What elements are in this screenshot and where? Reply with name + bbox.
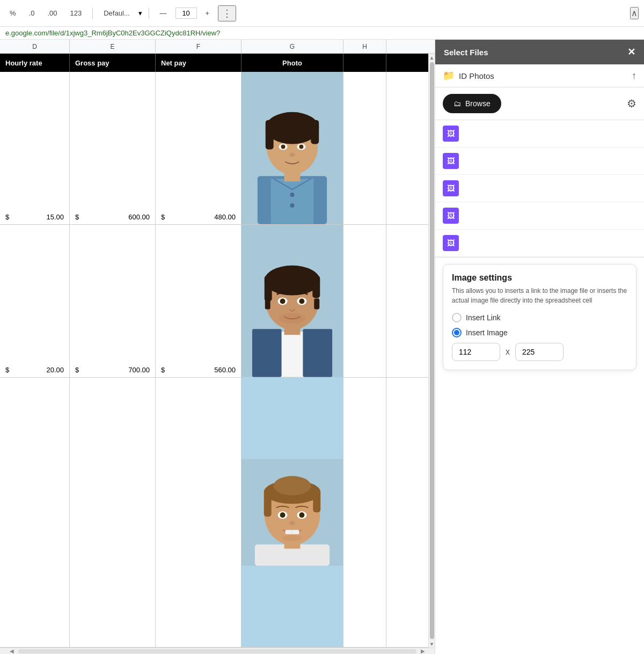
insert-image-option[interactable]: Insert Image: [452, 328, 627, 337]
scroll-right-arrow[interactable]: ▶: [419, 648, 427, 654]
folder-name: 📁 ID Photos: [443, 70, 494, 82]
dropdown-arrow-icon: ▾: [138, 9, 142, 17]
person3-svg: [241, 378, 343, 647]
scroll-left-arrow[interactable]: ◀: [8, 648, 16, 654]
svg-point-30: [279, 313, 306, 324]
font-size-box[interactable]: 10: [175, 8, 197, 19]
extra-cell-3[interactable]: [343, 378, 386, 647]
photo-cell-1[interactable]: [241, 72, 343, 224]
sheet-table: Hourly rate Gross pay Net pay Photo $ 15…: [0, 54, 428, 648]
svg-point-13: [290, 193, 295, 197]
gross-pay-cell-1[interactable]: $ 600.00: [70, 72, 156, 224]
dimension-row: x: [452, 343, 627, 361]
list-item[interactable]: 🖼: [435, 175, 644, 202]
panel-header: Select Files ✕: [435, 40, 644, 64]
panel-title: Select Files: [444, 48, 488, 57]
header-cell-photo[interactable]: Photo: [241, 54, 343, 72]
decimal-zero-button[interactable]: .0: [25, 7, 39, 19]
net-pay-cell-3[interactable]: [156, 378, 241, 647]
panel-close-button[interactable]: ✕: [627, 47, 635, 57]
hourly-rate-cell-2[interactable]: $ 20.00: [0, 225, 70, 377]
net-pay-cell-2[interactable]: $ 560.00: [156, 225, 241, 377]
list-item[interactable]: 🖼: [435, 202, 644, 230]
file-icon-4: 🖼: [443, 208, 459, 224]
browse-button[interactable]: 🗂 Browse: [443, 94, 501, 113]
decimal-zero2-button[interactable]: .00: [43, 7, 61, 19]
extra-cell-1[interactable]: [343, 72, 386, 224]
hourly-rate-value-2: 20.00: [13, 366, 64, 374]
svg-rect-23: [312, 276, 320, 298]
header-row: Hourly rate Gross pay Net pay Photo: [0, 54, 428, 72]
table-row: [0, 378, 428, 648]
svg-rect-24: [265, 299, 270, 310]
browse-bar: 🗂 Browse ⚙: [435, 87, 644, 120]
svg-point-21: [265, 266, 320, 296]
svg-point-42: [280, 512, 286, 518]
number-button[interactable]: 123: [65, 7, 86, 19]
gross-pay-cell-3[interactable]: [70, 378, 156, 647]
header-cell-gross-pay[interactable]: Gross pay: [70, 54, 156, 72]
svg-rect-18: [303, 329, 332, 377]
col-header-d: D: [0, 40, 70, 53]
minus-button[interactable]: —: [156, 7, 171, 19]
svg-rect-22: [265, 276, 272, 302]
extra-cell-2[interactable]: [343, 225, 386, 377]
font-dropdown[interactable]: Defaul...: [99, 7, 134, 19]
gross-pay-value-1: 600.00: [83, 213, 150, 221]
svg-point-29: [299, 299, 304, 304]
photo-cell-3[interactable]: [241, 378, 343, 647]
hourly-rate-cell-3[interactable]: [0, 378, 70, 647]
photo-cell-2[interactable]: [241, 225, 343, 377]
dollar-sign-4: $: [5, 366, 9, 374]
image-settings-panel: Image settings This allows you to insert…: [443, 264, 636, 370]
svg-rect-39: [279, 479, 306, 492]
svg-rect-7: [311, 120, 319, 144]
file-icon-2: 🖼: [443, 153, 459, 169]
spreadsheet-area: D E F G H Hourly rate Gross pay Net pay …: [0, 40, 435, 654]
svg-point-28: [280, 299, 286, 304]
net-pay-value-2: 560.00: [169, 366, 236, 374]
collapse-button[interactable]: ∧: [630, 7, 639, 19]
gear-icon[interactable]: ⚙: [627, 97, 636, 110]
header-cell-net-pay[interactable]: Net pay: [156, 54, 241, 72]
hourly-rate-cell-1[interactable]: $ 15.00: [0, 72, 70, 224]
up-arrow-button[interactable]: ↑: [632, 70, 636, 82]
list-item[interactable]: 🖼: [435, 120, 644, 148]
col-header-f: F: [156, 40, 241, 53]
insert-image-radio[interactable]: [452, 328, 462, 337]
width-input[interactable]: [452, 343, 500, 361]
horizontal-scrollbar[interactable]: ◀ ▶: [0, 648, 435, 654]
insert-link-option[interactable]: Insert Link: [452, 313, 627, 322]
col-header-g: G: [241, 40, 343, 53]
insert-link-radio[interactable]: [452, 313, 462, 322]
percent-button[interactable]: %: [5, 7, 20, 19]
table-row: $ 20.00 $ 700.00 $: [0, 225, 428, 378]
file-icon-5: 🖼: [443, 235, 459, 251]
folder-name-label: ID Photos: [459, 71, 494, 80]
scroll-down-arrow[interactable]: ▼: [429, 640, 435, 648]
dollar-sign-3: $: [161, 213, 165, 221]
browse-label: Browse: [465, 99, 491, 108]
gross-pay-cell-2[interactable]: $ 700.00: [70, 225, 156, 377]
person2-svg: [241, 225, 343, 377]
header-cell-hourly-rate[interactable]: Hourly rate: [0, 54, 70, 72]
list-item[interactable]: 🖼: [435, 148, 644, 175]
net-pay-cell-1[interactable]: $ 480.00: [156, 72, 241, 224]
svg-rect-2: [271, 179, 314, 224]
svg-point-14: [290, 203, 295, 208]
header-cell-h[interactable]: [343, 54, 386, 72]
insert-link-label: Insert Link: [466, 313, 501, 322]
vertical-scrollbar[interactable]: ▲ ▼: [428, 54, 435, 648]
main-area: D E F G H Hourly rate Gross pay Net pay …: [0, 40, 644, 654]
scrollbar-thumb[interactable]: [430, 62, 434, 639]
hourly-rate-value-1: 15.00: [13, 213, 64, 221]
svg-point-43: [299, 512, 304, 518]
plus-button[interactable]: +: [201, 7, 214, 19]
dollar-sign-1: $: [5, 213, 9, 221]
settings-description: This allows you to inserts a link to the…: [452, 286, 627, 305]
toolbar: % .0 .00 123 Defaul... ▾ — 10 + ⋮ ∧: [0, 0, 644, 27]
scroll-up-arrow[interactable]: ▲: [429, 54, 435, 61]
list-item[interactable]: 🖼: [435, 230, 644, 257]
height-input[interactable]: [515, 343, 564, 361]
more-options-button[interactable]: ⋮: [218, 5, 236, 21]
